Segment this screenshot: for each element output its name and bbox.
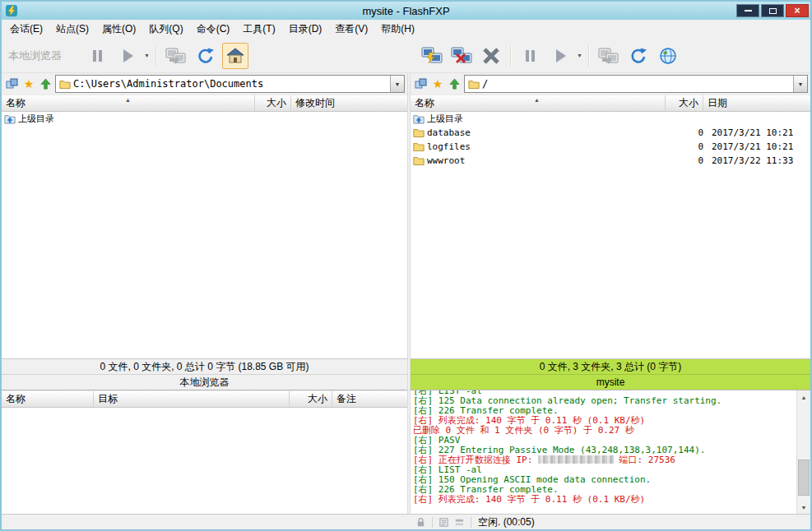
- remote-file-row[interactable]: database 0 2017/3/21 10:21: [411, 126, 810, 140]
- file-date: 2017/3/21 10:21: [703, 141, 810, 152]
- maximize-button[interactable]: [761, 4, 784, 17]
- connect-icon: [421, 46, 443, 66]
- menu-item[interactable]: 站点(S): [49, 20, 95, 39]
- go-up-button[interactable]: [37, 76, 53, 92]
- up-arrow-icon: [448, 78, 461, 90]
- menu-item[interactable]: 属性(O): [95, 20, 142, 39]
- menu-item[interactable]: 帮助(H): [374, 20, 421, 39]
- menu-item[interactable]: 会话(E): [3, 20, 49, 39]
- queue-column-name[interactable]: 名称: [2, 391, 94, 407]
- queue-column-note[interactable]: 备注: [332, 391, 407, 407]
- remote-path-value[interactable]: /: [482, 78, 793, 90]
- folder-compare-button[interactable]: [4, 76, 21, 92]
- remote-start-button[interactable]: [547, 43, 573, 69]
- local-column-modified[interactable]: 修改时间: [291, 95, 407, 111]
- queue-header: 名称 目标 大小 备注: [2, 390, 407, 408]
- play-icon: [550, 46, 570, 66]
- combobox-dropdown-button[interactable]: ▼: [390, 76, 404, 92]
- folder-compare-button[interactable]: [413, 76, 429, 92]
- favorites-button[interactable]: ★: [429, 76, 446, 92]
- local-status-band: 0 文件, 0 文件夹, 0 总计 0 字节 (18.85 GB 可用) 本地浏…: [2, 359, 407, 390]
- remote-transfer-button[interactable]: [596, 43, 622, 69]
- main-area: ★ C:\Users\Administrator\Documents ▼ 名称 …: [2, 73, 810, 514]
- scroll-up-button[interactable]: ▲: [797, 390, 810, 404]
- toolbar-separator: [155, 45, 157, 67]
- menu-bar: 会话(E)站点(S)属性(O)队列(Q)命令(C)工具(T)目录(D)查看(V)…: [2, 20, 810, 39]
- log-line: [右] 列表完成: 140 字节 于 0.11 秒 (0.1 KB/秒): [413, 495, 796, 505]
- globe-icon: [658, 46, 678, 66]
- menu-item[interactable]: 队列(Q): [142, 20, 189, 39]
- queue-column-target[interactable]: 目标: [94, 391, 290, 407]
- star-icon: ★: [433, 77, 443, 90]
- sort-asc-icon: ▲: [125, 97, 131, 103]
- log-scrollbar[interactable]: ▲ ▼: [796, 390, 810, 514]
- scroll-down-button[interactable]: ▼: [797, 501, 810, 514]
- menu-item[interactable]: 工具(T): [236, 20, 281, 39]
- go-up-button[interactable]: [446, 76, 462, 92]
- menu-item[interactable]: 命令(C): [190, 20, 237, 39]
- local-path-value[interactable]: C:\Users\Administrator\Documents: [73, 78, 390, 90]
- connect-button[interactable]: [419, 43, 445, 69]
- remote-refresh-button[interactable]: [625, 43, 652, 69]
- queue-list[interactable]: [2, 408, 407, 514]
- remote-path-combobox[interactable]: / ▼: [464, 75, 808, 93]
- site-globe-button[interactable]: [655, 43, 681, 69]
- log-line: 已删除 0 文件 和 1 文件夹 (0 字节) 于 0.27 秒: [413, 426, 796, 436]
- favorites-button[interactable]: ★: [21, 76, 37, 92]
- abort-button[interactable]: [478, 43, 504, 69]
- queue-column-size[interactable]: 大小: [290, 391, 332, 407]
- home-icon: [225, 46, 245, 66]
- disconnect-icon: [451, 46, 472, 66]
- flashfxp-app-icon[interactable]: [5, 4, 18, 17]
- transfer-icon: [598, 46, 619, 66]
- remote-column-date[interactable]: 日期: [703, 95, 810, 111]
- start-dropdown-arrow[interactable]: ▼: [575, 53, 584, 58]
- sort-asc-icon: ▲: [534, 97, 540, 103]
- log-panel: [右] LIST -al[右] 125 Data connection alre…: [411, 390, 810, 514]
- local-home-button[interactable]: [222, 43, 248, 69]
- local-transfer-button[interactable]: [163, 43, 189, 69]
- lock-icon: [415, 517, 426, 528]
- local-pause-button[interactable]: [85, 43, 111, 69]
- window-title: mysite - FlashFXP: [2, 5, 810, 17]
- local-file-list[interactable]: 上级目录: [2, 112, 407, 359]
- file-name: wwwroot: [427, 155, 666, 166]
- remote-pause-button[interactable]: [517, 43, 544, 69]
- local-start-button[interactable]: [114, 43, 141, 69]
- close-button[interactable]: ×: [786, 4, 809, 17]
- queue-status-icon: [454, 517, 465, 528]
- scrollbar-thumb[interactable]: [798, 459, 810, 496]
- remote-file-list[interactable]: 上级目录 database 0 2017/3/21 10:21 logfiles…: [411, 112, 810, 359]
- pause-icon: [521, 46, 541, 66]
- statusbar-separator: [471, 517, 471, 528]
- remote-toolbar: ▼: [407, 39, 810, 72]
- file-date: 2017/3/21 10:21: [703, 127, 810, 138]
- remote-file-row[interactable]: logfiles 0 2017/3/21 10:21: [411, 140, 810, 154]
- menu-item[interactable]: 目录(D): [282, 20, 329, 39]
- play-icon: [118, 46, 137, 66]
- menu-item[interactable]: 查看(V): [328, 20, 374, 39]
- local-path-combobox[interactable]: C:\Users\Administrator\Documents ▼: [55, 75, 405, 93]
- remote-column-size[interactable]: 大小: [666, 95, 703, 111]
- local-column-size[interactable]: 大小: [255, 95, 291, 111]
- remote-status-band: 0 文件, 3 文件夹, 3 总计 (0 字节) mysite: [411, 359, 810, 390]
- combobox-dropdown-button[interactable]: ▼: [793, 76, 807, 92]
- parent-directory-label: 上级目录: [18, 113, 54, 125]
- parent-directory-row[interactable]: 上级目录: [411, 112, 810, 126]
- remote-address-row: ★ / ▼: [411, 73, 810, 95]
- parent-directory-row[interactable]: 上级目录: [2, 112, 407, 126]
- toolbar-row: 本地浏览器 ▼: [2, 39, 810, 73]
- local-address-row: ★ C:\Users\Administrator\Documents ▼: [2, 73, 407, 95]
- remote-list-header: 名称 大小 日期 ▲: [411, 95, 810, 112]
- title-bar[interactable]: mysite - FlashFXP ×: [2, 2, 810, 20]
- remote-status-counts: 0 文件, 3 文件夹, 3 总计 (0 字节): [411, 359, 810, 374]
- local-refresh-button[interactable]: [193, 43, 219, 69]
- minimize-button[interactable]: [736, 4, 759, 17]
- status-bar: 空闲. (00:05): [2, 514, 810, 529]
- local-panel: ★ C:\Users\Administrator\Documents ▼ 名称 …: [2, 73, 407, 514]
- remote-file-row[interactable]: wwwroot 0 2017/3/22 11:33: [411, 154, 810, 168]
- start-dropdown-arrow[interactable]: ▼: [142, 53, 151, 58]
- disconnect-button[interactable]: [448, 43, 475, 69]
- file-date: 2017/3/22 11:33: [703, 155, 810, 166]
- idle-status-text: 空闲. (00:05): [478, 515, 535, 529]
